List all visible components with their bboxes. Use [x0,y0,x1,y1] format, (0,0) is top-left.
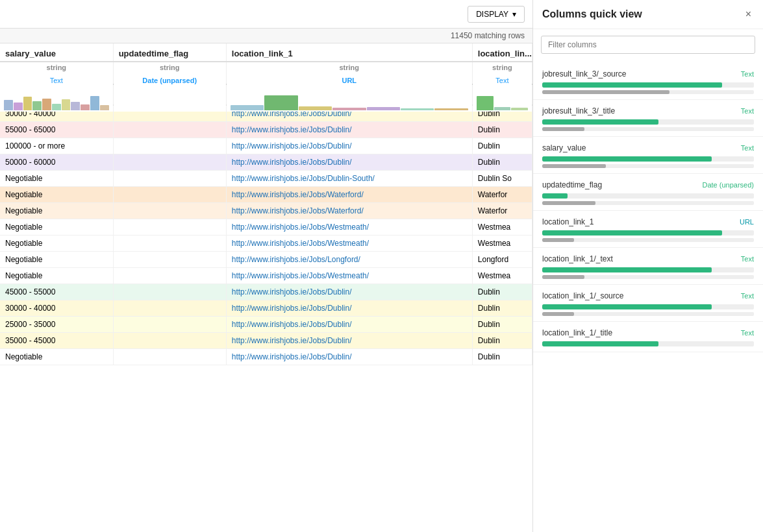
table-row[interactable]: 50000 - 60000http://www.irishjobs.ie/Job… [0,154,532,171]
panel-scroll[interactable]: jobresult_link_3/_sourceTextjobresult_li… [533,60,763,532]
col-header-updated[interactable]: updatedtime_flag [113,43,226,62]
type-row: string string string string [0,62,532,72]
table-row[interactable]: 30000 - 40000http://www.irishjobs.ie/Job… [0,300,532,317]
cell-location1: http://www.irishjobs.ie/Jobs/Longford/ [226,252,472,268]
col-item-type: Date (unparsed) [703,181,755,189]
table-row[interactable]: Negotiablehttp://www.irishjobs.ie/Jobs/W… [0,268,532,284]
col-sub-bar-track [542,201,754,205]
cell-location2: Westmea [472,236,532,252]
table-row[interactable]: Negotiablehttp://www.irishjobs.ie/Jobs/D… [0,349,532,365]
col-sub-bar-track [542,90,754,94]
col-bar-fill [542,341,658,346]
cell-salary: Negotiable [0,236,113,252]
panel-col-item[interactable]: location_link_1/_sourceText [533,285,763,322]
table-wrapper[interactable]: salary_value updatedtime_flag location_l… [0,43,532,532]
panel-col-item[interactable]: location_link_1/_titleText [533,322,763,352]
panel-title: Columns quick view [542,8,642,20]
table-row[interactable]: Negotiablehttp://www.irishjobs.ie/Jobs/W… [0,219,532,236]
display-button[interactable]: DISPLAY ▾ [468,6,525,23]
cell-location1: http://www.irishjobs.ie/Jobs/Waterford/ [226,187,472,203]
col-sub-bar-fill [542,201,595,205]
table-row[interactable]: 25000 - 35000http://www.irishjobs.ie/Job… [0,317,532,333]
table-area: DISPLAY ▾ 11450 matching rows [0,0,532,532]
col-item-name: location_link_1/_text [542,254,613,263]
col-bar-fill [542,193,568,199]
cell-location2: Dublin So [472,171,532,187]
cell-updated [113,203,226,219]
cell-location1: http://www.irishjobs.ie/Jobs/Westmeath/ [226,219,472,236]
table-row[interactable]: 35000 - 45000http://www.irishjobs.ie/Job… [0,333,532,349]
col-sub-bar-fill [542,238,574,242]
filter-columns-input[interactable] [541,36,755,54]
col-sub-bar-fill [542,164,606,168]
panel-col-item[interactable]: location_link_1/_textText [533,248,763,285]
location1-histogram [229,93,469,110]
table-row[interactable]: Negotiablehttp://www.irishjobs.ie/Jobs/W… [0,203,532,219]
cell-location2: Westmea [472,268,532,284]
col-item-name: jobresult_link_3/_source [542,69,626,79]
col-bar-fill [542,230,722,236]
cell-location2: Dublin [472,138,532,154]
col-sub-bar-fill [542,312,574,316]
cell-location1: http://www.irishjobs.ie/Jobs/Dublin/ [226,349,472,365]
col-bar-track [542,304,754,309]
panel-col-item[interactable]: jobresult_link_3/_sourceText [533,63,763,100]
cell-salary: 30000 - 40000 [0,300,113,317]
close-button[interactable]: × [743,8,754,21]
col-item-type: Text [741,292,754,300]
cell-location1: http://www.irishjobs.ie/Jobs/Westmeath/ [226,268,472,284]
location2-histogram [475,93,529,110]
col-item-type: URL [740,218,754,226]
col-header-location1[interactable]: location_link_1 [226,43,472,62]
table-body: 30000 - 40000http://www.irishjobs.ie/Job… [0,105,532,365]
cell-updated [113,333,226,349]
col-bar-track [542,341,754,346]
col-item-type: Text [741,255,754,263]
table-row[interactable]: 55000 - 65000http://www.irishjobs.ie/Job… [0,122,532,138]
cell-salary: Negotiable [0,252,113,268]
cell-location1: http://www.irishjobs.ie/Jobs/Dublin/ [226,138,472,154]
cell-location2: Dublin [472,333,532,349]
cell-updated [113,317,226,333]
cell-updated [113,219,226,236]
panel-col-item[interactable]: jobresult_link_3/_titleText [533,100,763,137]
table-row[interactable]: 45000 - 55000http://www.irishjobs.ie/Job… [0,284,532,300]
cell-salary: Negotiable [0,171,113,187]
cell-location2: Dublin [472,122,532,138]
cell-location2: Dublin [472,300,532,317]
cell-salary: Negotiable [0,203,113,219]
table-row[interactable]: 100000 - or morehttp://www.irishjobs.ie/… [0,138,532,154]
panel-col-item[interactable]: location_link_1URL [533,211,763,248]
col-header-location2[interactable]: location_lin... [472,43,532,62]
cell-salary: 25000 - 35000 [0,317,113,333]
col-item-name: updatedtime_flag [542,180,602,189]
cell-salary: 50000 - 60000 [0,154,113,171]
col-bar-fill [542,304,712,309]
table-row[interactable]: Negotiablehttp://www.irishjobs.ie/Jobs/D… [0,171,532,187]
data-table: salary_value updatedtime_flag location_l… [0,43,532,365]
cell-salary: 55000 - 65000 [0,122,113,138]
top-bar: DISPLAY ▾ [0,0,532,29]
table-row[interactable]: Negotiablehttp://www.irishjobs.ie/Jobs/W… [0,187,532,203]
col-sub-bar-track [542,127,754,131]
cell-location2: Westmea [472,219,532,236]
cell-salary: 35000 - 45000 [0,333,113,349]
col-header-salary[interactable]: salary_value [0,43,113,62]
cell-location1: http://www.irishjobs.ie/Jobs/Dublin/ [226,300,472,317]
table-row[interactable]: Negotiablehttp://www.irishjobs.ie/Jobs/W… [0,236,532,252]
col-bar-fill [542,82,722,88]
panel-col-item[interactable]: salary_valueText [533,137,763,174]
cell-updated [113,252,226,268]
col-bar-fill [542,267,712,272]
table-row[interactable]: Negotiablehttp://www.irishjobs.ie/Jobs/L… [0,252,532,268]
col-item-name: location_link_1/_title [542,328,612,337]
col-bar-track [542,82,754,88]
cell-location1: http://www.irishjobs.ie/Jobs/Westmeath/ [226,236,472,252]
col-sub-bar-fill [542,127,584,131]
cell-location2: Dublin [472,317,532,333]
chevron-down-icon: ▾ [512,10,516,19]
panel-col-item[interactable]: updatedtime_flagDate (unparsed) [533,174,763,211]
cell-location1: http://www.irishjobs.ie/Jobs/Dublin/ [226,122,472,138]
col-item-name: location_link_1 [542,217,594,226]
col-sub-bar-track [542,164,754,168]
